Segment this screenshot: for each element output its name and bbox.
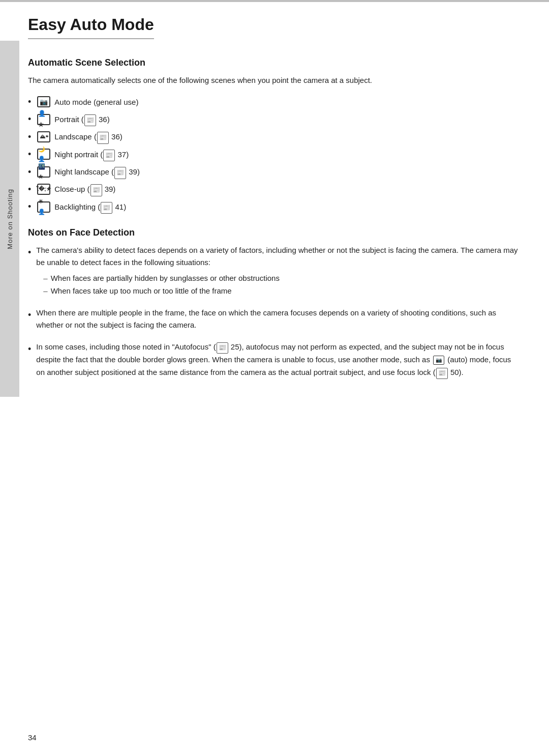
sub-item-text: When faces take up too much or too littl… bbox=[51, 285, 232, 298]
top-border bbox=[0, 0, 549, 2]
item-label: Auto mode (general use) bbox=[54, 95, 138, 109]
night-portrait-icon: 🌙👤 bbox=[37, 149, 50, 160]
item-label: Night portrait (📰 37) bbox=[54, 148, 129, 162]
bullet-dot: • bbox=[28, 164, 31, 180]
bullet-dot: • bbox=[28, 111, 31, 127]
notes-item-text: In some cases, including those noted in … bbox=[36, 342, 511, 376]
bullet-dot: • bbox=[28, 94, 31, 110]
item-label: Portrait (📰 36) bbox=[54, 112, 109, 127]
list-item: • 🌙👤 Night portrait (📰 37) bbox=[28, 146, 521, 162]
notes-list: • The camera's ability to detect faces d… bbox=[28, 244, 521, 379]
scene-list: • 📷 Auto mode (general use) • 👤★ Portrai… bbox=[28, 94, 521, 215]
ref-icon: 📰 bbox=[436, 368, 448, 379]
bullet-dot: • bbox=[28, 146, 31, 162]
night-landscape-icon: 🌃★ bbox=[37, 166, 50, 178]
list-item: • ☀👤 Backlighting (📰 41) bbox=[28, 198, 521, 215]
sub-list: – When faces are partially hidden by sun… bbox=[43, 272, 521, 298]
notes-list-item: • When there are multiple people in the … bbox=[28, 307, 521, 332]
ref-icon: 📰 bbox=[217, 342, 228, 354]
bullet-dot: • bbox=[28, 245, 31, 260]
page-number: 34 bbox=[28, 733, 37, 742]
automatic-scene-section: Automatic Scene Selection The camera aut… bbox=[28, 57, 521, 215]
notes-list-item: • The camera's ability to detect faces d… bbox=[28, 244, 521, 298]
notes-item-text: The camera's ability to detect faces dep… bbox=[36, 246, 517, 267]
automatic-scene-intro: The camera automatically selects one of … bbox=[28, 74, 521, 86]
auto-mode-icon: 📷 bbox=[37, 96, 50, 107]
bullet-dot: • bbox=[28, 181, 31, 197]
item-label: Close-up (📰 39) bbox=[54, 182, 115, 196]
sidebar: More on Shooting bbox=[0, 41, 19, 397]
ref-icon: 📰 bbox=[114, 167, 126, 179]
ref-icon: 📰 bbox=[84, 114, 96, 127]
notes-list-item: • In some cases, including those noted i… bbox=[28, 341, 521, 379]
notes-item-content: The camera's ability to detect faces dep… bbox=[36, 244, 521, 298]
item-label: Night landscape (📰 39) bbox=[54, 165, 140, 179]
landscape-icon: ⛰★ bbox=[37, 131, 50, 142]
item-label: Backlighting (📰 41) bbox=[54, 200, 126, 214]
ref-icon: 📰 bbox=[90, 184, 102, 196]
bullet-dot: • bbox=[28, 129, 31, 145]
sub-list-item: – When faces take up too much or too lit… bbox=[43, 285, 521, 298]
ref-icon: 📰 bbox=[103, 150, 115, 162]
portrait-icon: 👤★ bbox=[37, 114, 50, 125]
bullet-dot: • bbox=[28, 342, 31, 357]
page-title: Easy Auto Mode bbox=[28, 15, 154, 39]
sub-dash: – bbox=[43, 285, 47, 298]
item-label: Landscape (📰 36) bbox=[54, 130, 122, 144]
backlight-icon: ☀👤 bbox=[37, 201, 50, 213]
ref-icon: 📰 bbox=[101, 202, 112, 214]
sub-list-item: – When faces are partially hidden by sun… bbox=[43, 272, 521, 285]
automatic-scene-heading: Automatic Scene Selection bbox=[28, 57, 521, 68]
sidebar-label: More on Shooting bbox=[6, 189, 14, 249]
list-item: • 🌃★ Night landscape (📰 39) bbox=[28, 164, 521, 180]
bullet-dot: • bbox=[28, 308, 31, 323]
sub-dash: – bbox=[43, 272, 47, 285]
bullet-dot: • bbox=[28, 198, 31, 215]
sub-item-text: When faces are partially hidden by sungl… bbox=[51, 272, 280, 285]
page: More on Shooting Easy Auto Mode Automati… bbox=[0, 0, 549, 756]
list-item: • ⛰★ Landscape (📰 36) bbox=[28, 129, 521, 145]
notes-item-text: When there are multiple people in the fr… bbox=[36, 308, 496, 330]
notes-face-detection-section: Notes on Face Detection • The camera's a… bbox=[28, 227, 521, 379]
list-item: • 📷 Auto mode (general use) bbox=[28, 94, 521, 110]
notes-item-content: When there are multiple people in the fr… bbox=[36, 307, 521, 332]
list-item: • ἳ�;★ Close-up (📰 39) bbox=[28, 181, 521, 197]
list-item: • 👤★ Portrait (📰 36) bbox=[28, 111, 521, 127]
closeup-icon: ἳ�;★ bbox=[37, 184, 50, 195]
ref-icon: 📰 bbox=[97, 132, 109, 144]
notes-item-content: In some cases, including those noted in … bbox=[36, 341, 521, 379]
camera-inline-icon: 📷 bbox=[433, 356, 444, 365]
notes-face-detection-heading: Notes on Face Detection bbox=[28, 227, 521, 238]
main-content: Easy Auto Mode Automatic Scene Selection… bbox=[28, 0, 521, 419]
